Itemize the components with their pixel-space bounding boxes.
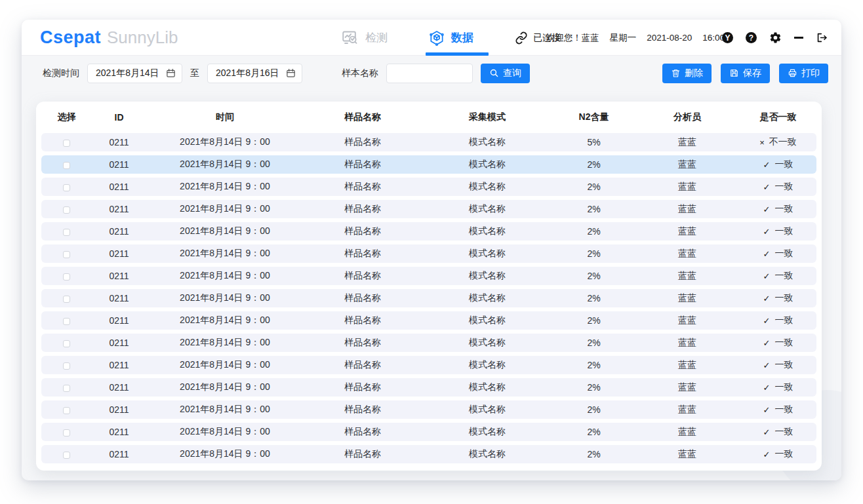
date-from-input[interactable]: 2021年8月14日 xyxy=(87,64,182,83)
consistency-label: 一致 xyxy=(774,248,793,260)
table-row[interactable]: 02112021年8月14日 9：00样品名称模式名称2%蓝蓝✓一致 xyxy=(41,445,816,463)
row-checkbox[interactable] xyxy=(63,429,70,436)
help-icon[interactable]: ? xyxy=(746,32,757,43)
row-checkbox[interactable] xyxy=(63,162,70,169)
settings-gear-icon[interactable] xyxy=(769,31,782,44)
id-cell: 0211 xyxy=(92,315,146,326)
analyst-cell: 蓝蓝 xyxy=(635,203,740,215)
analyst-cell: 蓝蓝 xyxy=(635,315,740,326)
table-row[interactable]: 02112021年8月14日 9：00样品名称模式名称2%蓝蓝✓一致 xyxy=(41,244,816,263)
minimize-icon[interactable] xyxy=(794,37,803,38)
row-checkbox[interactable] xyxy=(63,184,70,191)
row-checkbox[interactable] xyxy=(63,407,70,414)
consistency-label: 不一致 xyxy=(769,136,797,148)
column-header: 分析员 xyxy=(635,111,740,123)
time-cell: 2021年8月14日 9：00 xyxy=(146,404,304,416)
n2-content-cell: 2% xyxy=(553,338,635,348)
table-row[interactable]: 02112021年8月14日 9：00样品名称模式名称2%蓝蓝✓一致 xyxy=(41,311,816,330)
table-row[interactable]: 02112021年8月14日 9：00样品名称模式名称2%蓝蓝✓一致 xyxy=(41,178,816,196)
select-cell xyxy=(41,137,92,147)
collect-mode-cell: 模式名称 xyxy=(422,404,553,416)
table-row[interactable]: 02112021年8月14日 9：00样品名称模式名称2%蓝蓝✓一致 xyxy=(41,222,816,241)
sample-name-cell: 样品名称 xyxy=(304,159,422,170)
consistency-label: 一致 xyxy=(774,292,793,304)
row-checkbox[interactable] xyxy=(63,318,70,325)
table-row[interactable]: 02112021年8月14日 9：00样品名称模式名称2%蓝蓝✓一致 xyxy=(41,378,816,397)
user-info-bar: 欢迎您！蓝蓝 星期一 2021-08-20 16:00 xyxy=(546,20,725,56)
consistency-cell: ✓一致 xyxy=(740,181,816,193)
check-icon: ✓ xyxy=(763,450,771,459)
row-checkbox[interactable] xyxy=(63,340,70,347)
collect-mode-cell: 模式名称 xyxy=(422,136,553,148)
delete-button[interactable]: 删除 xyxy=(662,64,712,83)
consistency-cell: ✓一致 xyxy=(740,404,816,416)
select-cell xyxy=(41,204,92,214)
check-icon: ✓ xyxy=(763,227,771,237)
check-icon: ✓ xyxy=(763,405,771,415)
detect-time-label: 检测时间 xyxy=(43,68,79,79)
analyst-cell: 蓝蓝 xyxy=(635,337,740,349)
analyst-cell: 蓝蓝 xyxy=(635,381,740,393)
check-icon: ✓ xyxy=(763,271,771,281)
collect-mode-cell: 模式名称 xyxy=(422,181,553,193)
sample-name-cell: 样品名称 xyxy=(304,315,422,326)
n2-content-cell: 2% xyxy=(553,271,635,281)
row-checkbox[interactable] xyxy=(63,206,70,214)
analyst-cell: 蓝蓝 xyxy=(635,292,740,304)
date-to-input[interactable]: 2021年8月16日 xyxy=(207,64,302,83)
consistency-cell: ✓一致 xyxy=(740,448,816,460)
column-header: 样品名称 xyxy=(304,111,422,123)
table-row[interactable]: 02112021年8月14日 9：00样品名称模式名称2%蓝蓝✓一致 xyxy=(41,267,816,285)
logo-primary-text: Csepat xyxy=(40,28,101,48)
logout-icon[interactable] xyxy=(816,31,828,44)
save-disk-icon xyxy=(729,68,739,78)
row-checkbox[interactable] xyxy=(63,452,70,459)
table-row[interactable]: 02112021年8月14日 9：00样品名称模式名称2%蓝蓝✓一致 xyxy=(41,400,816,419)
id-cell: 0211 xyxy=(92,182,146,192)
table-row[interactable]: 02112021年8月14日 9：00样品名称模式名称2%蓝蓝✓一致 xyxy=(41,334,816,352)
time-cell: 2021年8月14日 9：00 xyxy=(146,248,304,260)
row-checkbox[interactable] xyxy=(63,251,70,258)
tools-icon[interactable]: Y xyxy=(722,32,733,43)
app-header: Csepat SunnyLib 检测 xyxy=(22,20,841,56)
header-icon-group: Y ? xyxy=(722,20,828,56)
print-button-label: 打印 xyxy=(801,68,820,79)
table-row[interactable]: 02112021年8月14日 9：00样品名称模式名称2%蓝蓝✓一致 xyxy=(41,423,816,441)
sample-name-input[interactable] xyxy=(386,64,473,83)
row-checkbox[interactable] xyxy=(63,140,70,147)
query-button[interactable]: 查询 xyxy=(481,64,530,83)
select-cell xyxy=(41,182,92,192)
consistency-cell: ✓一致 xyxy=(740,337,816,349)
row-checkbox[interactable] xyxy=(63,385,70,392)
select-cell xyxy=(41,427,92,437)
column-header: 是否一致 xyxy=(740,111,816,123)
select-cell xyxy=(41,338,92,348)
tab-detect[interactable]: 检测 xyxy=(342,20,388,56)
check-icon: ✓ xyxy=(763,249,771,259)
consistency-label: 一致 xyxy=(774,359,793,371)
row-checkbox[interactable] xyxy=(63,229,70,236)
id-cell: 0211 xyxy=(92,427,146,437)
row-checkbox[interactable] xyxy=(63,362,70,370)
table-row[interactable]: 02112021年8月14日 9：00样品名称模式名称2%蓝蓝✓一致 xyxy=(41,155,816,174)
id-cell: 0211 xyxy=(92,204,146,214)
print-button[interactable]: 打印 xyxy=(779,64,828,83)
time-cell: 2021年8月14日 9：00 xyxy=(146,225,304,237)
table-row[interactable]: 02112021年8月14日 9：00样品名称模式名称5%蓝蓝×不一致 xyxy=(41,133,816,151)
id-cell: 0211 xyxy=(92,226,146,237)
time-cell: 2021年8月14日 9：00 xyxy=(146,136,304,148)
tab-data[interactable]: 数据 xyxy=(428,20,473,56)
data-cube-icon xyxy=(428,29,445,47)
table-row[interactable]: 02112021年8月14日 9：00样品名称模式名称2%蓝蓝✓一致 xyxy=(41,356,816,374)
sample-name-cell: 样品名称 xyxy=(304,270,422,282)
filter-bar: 检测时间 2021年8月14日 至 2021年8月16日 xyxy=(22,56,841,90)
collect-mode-cell: 模式名称 xyxy=(422,359,553,371)
app-logo: Csepat SunnyLib xyxy=(40,20,178,56)
select-cell xyxy=(41,159,92,170)
consistency-cell: ✓一致 xyxy=(740,203,816,215)
table-row[interactable]: 02112021年8月14日 9：00样品名称模式名称2%蓝蓝✓一致 xyxy=(41,289,816,307)
table-row[interactable]: 02112021年8月14日 9：00样品名称模式名称2%蓝蓝✓一致 xyxy=(41,200,816,218)
save-button[interactable]: 保存 xyxy=(721,64,770,83)
row-checkbox[interactable] xyxy=(63,273,70,281)
row-checkbox[interactable] xyxy=(63,296,70,303)
